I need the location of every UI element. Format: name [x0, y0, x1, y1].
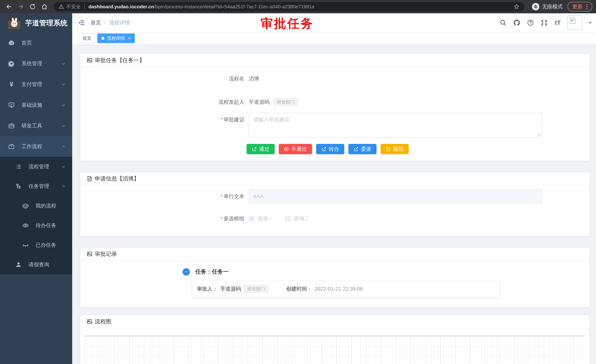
checkbox-unchecked-icon: [285, 216, 291, 221]
incognito-label: 无痕模式: [542, 3, 563, 10]
approve-button[interactable]: 通过: [246, 144, 275, 154]
checkbox-label: 选项二: [294, 215, 309, 222]
transfer-button[interactable]: 转办: [316, 144, 344, 154]
tab-label: 首页: [82, 35, 91, 41]
list-icon: [15, 163, 22, 170]
url-path: /bpm/process-instance/detail?id=54aa251f…: [154, 4, 314, 10]
suggestion-textarea[interactable]: [249, 113, 542, 138]
app-logo: [8, 17, 20, 29]
url-host: dashboard.yudao.iocoder.cn: [89, 4, 154, 10]
bpmn-canvas[interactable]: [85, 335, 585, 364]
person-icon: [15, 261, 22, 268]
breadcrumb-separator: /: [104, 20, 106, 26]
field-label: 审批建议: [224, 117, 244, 123]
search-icon[interactable]: [499, 19, 507, 27]
incognito-badge: 无痕模式: [529, 3, 566, 10]
process-diagram-card: 流程图: [80, 315, 590, 364]
browser-forward-icon[interactable]: [15, 1, 26, 12]
url-separator: [84, 4, 85, 9]
process-name-row: 流程名 滔博: [80, 74, 589, 84]
sidebar-item-task-mgmt[interactable]: 任务管理: [0, 176, 72, 196]
required-marker: *: [220, 117, 223, 123]
sidebar-item-home[interactable]: 首页: [0, 33, 72, 53]
chevron-down-icon: [61, 82, 66, 87]
address-bar[interactable]: 不安全 dashboard.yudao.iocoder.cn /bpm/proc…: [54, 2, 525, 11]
sidebar-item-my-process[interactable]: 我的流程: [0, 196, 72, 216]
checkbox-option2: 选项二: [285, 215, 309, 222]
single-text-row: *单行文本: [80, 189, 589, 204]
sidebar-item-system[interactable]: 系统管理: [0, 53, 72, 74]
circle-close-icon: [284, 146, 289, 152]
assignee-value: 芋道源码: [220, 285, 241, 292]
chevron-up-icon: [61, 184, 66, 189]
sidebar-item-devtools[interactable]: 研发工具: [0, 116, 72, 136]
sidebar-item-leave-query[interactable]: 请假查询: [0, 255, 72, 275]
return-button[interactable]: 退回: [380, 144, 409, 154]
security-warning-icon: [59, 4, 64, 9]
browser-reload-icon[interactable]: [27, 1, 38, 12]
required-marker: *: [220, 193, 223, 199]
sidebar: 芋道管理系统 首页 系统管理 ¥ 支付管理 基础设施: [0, 13, 72, 364]
navbar-actions: tT: [499, 13, 593, 32]
initiator-value: 芋道源码: [249, 99, 269, 106]
sidebar-item-workflow[interactable]: 工作流程: [0, 136, 72, 157]
reject-button[interactable]: 不通过: [279, 144, 312, 154]
close-icon[interactable]: ×: [128, 36, 131, 41]
app-title: 芋道管理系统: [25, 18, 67, 28]
process-name-value: 滔博: [249, 75, 259, 82]
sidebar-item-label: 研发工具: [22, 122, 55, 129]
tab-home[interactable]: 首页: [79, 34, 95, 43]
face-icon: [22, 203, 29, 209]
task-title: 任务：任务一: [195, 268, 229, 276]
chevron-down-icon: [61, 123, 66, 128]
card-title: 审批任务【任务一】: [95, 57, 145, 64]
sidebar-item-process-mgmt[interactable]: 流程管理: [0, 157, 72, 176]
eye-icon: [22, 222, 29, 229]
sidebar-item-payment[interactable]: ¥ 支付管理: [0, 74, 72, 95]
required-marker: *: [220, 216, 223, 221]
sidebar-item-done-tasks[interactable]: 已办任务: [0, 235, 72, 255]
bookmark-star-icon[interactable]: [514, 4, 520, 10]
tag-tabs-bar: 首页 流程详情 ×: [72, 32, 596, 45]
browser-menu-icon[interactable]: [586, 3, 588, 10]
checkbox-group: 选项一 选项二: [249, 215, 309, 222]
card-header: 审批记录: [80, 248, 589, 261]
edit-icon: [252, 146, 257, 152]
record-card: 审批人： 芋道源码 研发部门 创建时间： 2022-01-21 22:35:08: [192, 280, 500, 298]
tab-label: 流程详情: [107, 35, 125, 41]
browser-back-icon[interactable]: [4, 1, 14, 12]
picture-icon: [87, 319, 93, 324]
browser-toolbar: 不安全 dashboard.yudao.iocoder.cn /bpm/proc…: [0, 0, 596, 13]
sidebar-item-label: 待办任务: [36, 222, 72, 229]
card-title: 流程图: [95, 318, 112, 325]
incognito-icon: [532, 3, 539, 10]
assignee-label: 审批人：: [197, 285, 218, 292]
approve-records-card: 审批记录 任务：任务一 审批人： 芋道源码 研发部门 创建时间： 202: [80, 247, 590, 307]
security-label: 不安全: [66, 4, 81, 10]
update-button[interactable]: 更新: [567, 2, 592, 11]
sidebar-item-todo-tasks[interactable]: 待办任务: [0, 216, 72, 235]
browser-home-icon[interactable]: [39, 1, 50, 12]
resize-grip[interactable]: [538, 134, 541, 137]
edit-icon: [321, 146, 327, 152]
main-area: 首页 / 流程详情 tT: [72, 13, 596, 364]
field-label: 单行文本: [224, 193, 244, 199]
sidebar-fold-icon[interactable]: [72, 19, 91, 26]
sidebar-item-label: 已办任务: [36, 241, 72, 248]
avatar[interactable]: [567, 15, 582, 30]
chevron-up-icon: [61, 144, 66, 149]
breadcrumb-home[interactable]: 首页: [91, 19, 101, 26]
sidebar-item-infra[interactable]: 基础设施: [0, 95, 72, 116]
font-size-icon[interactable]: tT: [554, 19, 562, 27]
help-icon[interactable]: [526, 19, 535, 27]
delegate-button[interactable]: 委派: [348, 144, 376, 154]
dept-tag: 研发部门: [244, 285, 269, 293]
fullscreen-icon[interactable]: [540, 19, 548, 27]
github-icon[interactable]: [513, 19, 521, 27]
logo-row: 芋道管理系统: [0, 13, 72, 33]
created-value: 2022-01-21 22:35:08: [315, 286, 363, 292]
caret-down-icon[interactable]: [588, 20, 593, 25]
suggestion-row: *审批建议: [80, 113, 589, 138]
picture-icon: [87, 251, 93, 257]
tab-process-detail[interactable]: 流程详情 ×: [97, 34, 135, 43]
